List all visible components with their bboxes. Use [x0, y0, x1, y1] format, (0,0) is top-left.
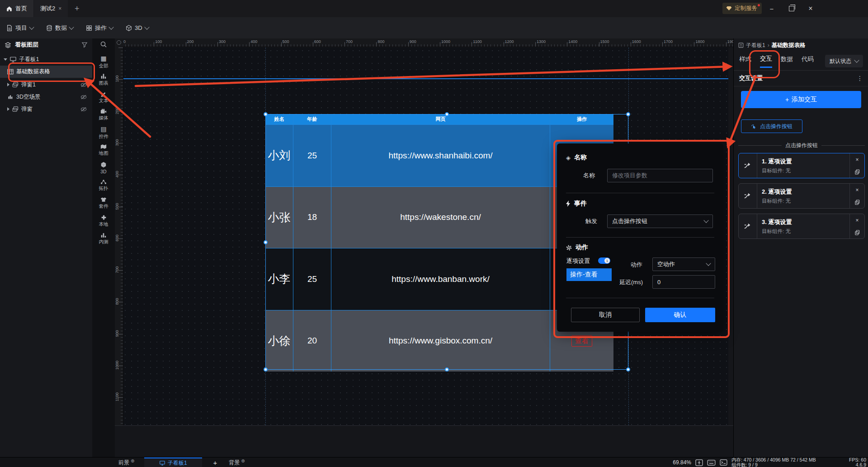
strip-item-beta[interactable]: 内测 — [92, 230, 115, 247]
custom-service-badge[interactable]: 定制服务 — [722, 3, 762, 14]
trigger-select[interactable]: 点击操作按钮 — [607, 214, 713, 228]
state-select[interactable]: 默认状态 — [825, 55, 863, 67]
terminal-icon[interactable] — [720, 459, 727, 466]
confirm-button[interactable]: 确认 — [645, 308, 715, 322]
card-close-icon[interactable]: × — [850, 214, 864, 226]
menu-3d[interactable]: 3D — [119, 17, 155, 38]
menu-operate-label: 操作 — [95, 24, 107, 32]
3d-scene-icon — [7, 94, 14, 100]
name-input[interactable]: 修改项目参数 — [607, 169, 713, 182]
chevron-down-icon — [706, 261, 711, 266]
add-interaction-button[interactable]: + 添加交互 — [741, 91, 861, 108]
card-close-icon[interactable]: × — [850, 153, 864, 166]
action-list-item-selected[interactable]: 操作-查看 — [566, 268, 612, 281]
strip-item-charts[interactable]: 图表 — [92, 71, 115, 88]
copy-icon[interactable] — [850, 166, 864, 178]
layer-item-3dscene[interactable]: 3D空场景 — [0, 91, 92, 103]
tab-style[interactable]: 样式 — [739, 55, 751, 67]
tab-close-icon[interactable]: × — [58, 5, 61, 12]
close-window-button[interactable]: × — [804, 0, 817, 17]
name-section-title: 名称 — [574, 153, 587, 162]
strip-item-topology[interactable]: 拓扑 — [92, 177, 115, 194]
breadcrumb-root[interactable]: 子看板1 — [746, 42, 765, 49]
caret-right-icon[interactable] — [7, 83, 9, 86]
per-item-toggle[interactable]: 1 — [598, 257, 610, 264]
strip-item-3d[interactable]: 3D — [92, 159, 115, 176]
interaction-settings-row: 交互设置 ⋮ — [734, 71, 868, 86]
menu-operate[interactable]: 操作 — [80, 17, 119, 38]
tab-data[interactable]: 数据 — [781, 55, 793, 67]
kebab-menu-icon[interactable]: ⋮ — [857, 75, 863, 82]
ruler-label: 300 — [219, 39, 226, 44]
cancel-button[interactable]: 取消 — [571, 308, 640, 322]
resize-handle-s[interactable] — [445, 367, 449, 372]
layer-item-table[interactable]: 基础数据表格 — [0, 66, 92, 78]
trigger-group-label: 点击操作按钮 — [785, 142, 818, 149]
strip-item-text[interactable]: 文本 — [92, 89, 115, 106]
action-select[interactable]: 空动作 — [652, 257, 715, 271]
eye-off-icon[interactable] — [80, 82, 87, 87]
trigger-group-separator: 点击操作按钮 — [738, 142, 865, 149]
zoom-level[interactable]: 69.84% — [673, 459, 691, 466]
filter-icon[interactable] — [81, 42, 88, 48]
ruler-label: 100 — [155, 39, 162, 44]
add-page-button[interactable]: + — [213, 459, 217, 467]
caret-right-icon[interactable] — [7, 107, 9, 111]
eye-off-icon[interactable] — [80, 95, 87, 100]
strip-item-map[interactable]: 地图 — [92, 142, 115, 159]
resize-handle-ne[interactable] — [626, 112, 630, 116]
strip-item-controls[interactable]: ▤控件 — [92, 124, 115, 141]
strip-item-local[interactable]: 本地 — [92, 212, 115, 229]
card-close-icon[interactable]: × — [850, 184, 864, 196]
tab-interaction[interactable]: 交互 — [760, 55, 772, 68]
strip-item-all[interactable]: ▦全部 — [92, 53, 115, 71]
menu-project[interactable]: 项目 — [0, 17, 40, 38]
view-button[interactable]: 查看 — [571, 335, 592, 347]
trigger-type-button[interactable]: 点击操作按钮 — [741, 119, 802, 133]
resize-handle-se[interactable] — [626, 367, 630, 372]
menu-data[interactable]: 数据 — [40, 17, 80, 38]
delay-input[interactable]: 0 — [652, 275, 715, 289]
background-tab[interactable]: 背景 ⊕ — [229, 459, 245, 467]
minimize-button[interactable]: − — [765, 0, 778, 17]
caret-down-icon[interactable] — [4, 58, 7, 61]
resize-handle-w[interactable] — [264, 240, 268, 244]
resize-handle-sw[interactable] — [264, 367, 268, 372]
map-icon — [100, 144, 107, 149]
tab-code[interactable]: 代码 — [802, 55, 814, 67]
fit-screen-icon[interactable] — [695, 459, 703, 466]
ruler-corner[interactable] — [115, 38, 123, 47]
interaction-card[interactable]: 1. 逐项设置 目标组件: 无 × — [738, 153, 865, 178]
ruler-label: 900 — [410, 39, 416, 44]
search-icon[interactable] — [100, 41, 107, 48]
layer-item-popup2[interactable]: 弹窗 — [0, 103, 92, 115]
delay-value: 0 — [657, 279, 660, 286]
layer-item-label: 子看板1 — [19, 56, 39, 63]
copy-icon[interactable] — [850, 226, 864, 238]
interaction-card[interactable]: 3. 逐项设置 目标组件: 无 × — [738, 214, 865, 239]
resize-handle-n[interactable] — [445, 112, 449, 116]
strip-item-kits[interactable]: 套件 — [92, 195, 115, 212]
foreground-label: 前景 — [118, 459, 129, 467]
keyboard-icon[interactable] — [707, 460, 716, 466]
background-label: 背景 — [229, 459, 240, 467]
add-interaction-label: 添加交互 — [792, 95, 817, 104]
add-circle-icon[interactable]: ⊕ — [131, 458, 134, 463]
layer-item-label: 弹窗1 — [21, 81, 36, 89]
layer-item-popup1[interactable]: 弹窗1 — [0, 79, 92, 91]
ruler-label: 100 — [115, 71, 119, 86]
interaction-card[interactable]: 2. 逐项设置 目标组件: 无 × — [738, 183, 865, 209]
maximize-icon[interactable] — [785, 0, 798, 17]
add-circle-icon[interactable]: ⊕ — [241, 458, 245, 463]
tab-document[interactable]: 测试2 × — [34, 0, 68, 17]
strip-label: 媒体 — [99, 115, 108, 121]
strip-item-media[interactable]: 媒体 — [92, 106, 115, 124]
tab-home[interactable]: 首页 — [0, 0, 33, 17]
layer-item-board[interactable]: 子看板1 — [0, 53, 92, 65]
page-tab-active[interactable]: 子看板1 — [144, 457, 202, 467]
foreground-tab[interactable]: 前景 ⊕ — [118, 459, 134, 467]
eye-off-icon[interactable] — [80, 107, 87, 112]
resize-handle-nw[interactable] — [264, 112, 268, 116]
copy-icon[interactable] — [850, 196, 864, 208]
new-tab-button[interactable]: + — [68, 4, 86, 14]
